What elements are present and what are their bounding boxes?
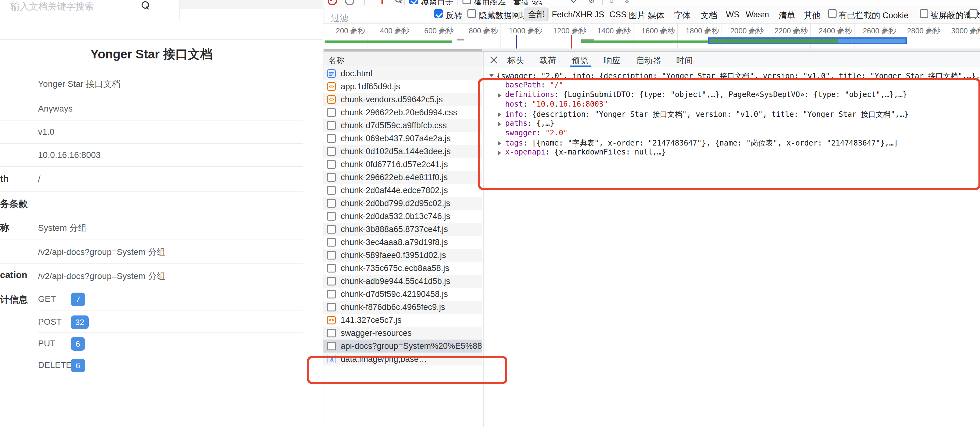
request-name: chunk-3ec4aaa8.a79d19f8.js: [341, 238, 448, 247]
disclosure-triangle[interactable]: [489, 74, 494, 77]
http-method-label: PUT: [38, 339, 55, 349]
requests-header-row[interactable]: 名称: [323, 52, 483, 67]
generic-file-icon: [327, 173, 336, 182]
request-row[interactable]: swagger-resources: [323, 327, 482, 340]
invert-label[interactable]: 反转: [446, 10, 463, 21]
filter-chip-wasm[interactable]: Wasm: [746, 10, 769, 19]
chevron-down-icon[interactable]: [570, 0, 577, 3]
tab-标头[interactable]: 标头: [508, 55, 524, 66]
request-row[interactable]: chunk-0d102d5a.144e3dee.js: [323, 145, 482, 158]
request-row[interactable]: chunk-296622eb.20e6d994.css: [323, 106, 482, 119]
info-value: Anyways: [38, 104, 73, 114]
cookie-filter-checkbox[interactable]: [969, 9, 977, 18]
request-row[interactable]: chunk-069eb437.907a4e2a.js: [323, 132, 482, 145]
request-name: chunk-3b888a65.8737ce4f.js: [341, 225, 448, 234]
tab-响应[interactable]: 响应: [604, 55, 620, 66]
annotation-rectangle-preview: [478, 78, 980, 190]
request-row[interactable]: chunk-3ec4aaa8.a79d19f8.js: [323, 236, 482, 249]
request-name: chunk-0d102d5a.144e3dee.js: [341, 147, 451, 156]
filter-chip-fetch-xhr[interactable]: Fetch/XHR: [552, 10, 593, 19]
generic-file-icon: [327, 251, 336, 260]
disable-cache-label[interactable]: 停用缓存: [474, 0, 506, 5]
tab-载荷[interactable]: 载荷: [539, 55, 556, 66]
request-row[interactable]: chunk-2d0af44e.edce7802.js: [323, 184, 482, 197]
request-name: chunk-2d0bd799.d2d95c02.js: [341, 198, 450, 208]
scrollbar-thumb[interactable]: [324, 49, 482, 51]
request-name: app.1df65d9d.js: [341, 82, 400, 92]
filter-chip-ws[interactable]: WS: [726, 10, 740, 19]
request-row-selected[interactable]: api-docs?group=System%20%E5%88…: [323, 340, 482, 352]
cookie-filter-checkbox[interactable]: [828, 9, 837, 18]
request-row[interactable]: chunk-589faee0.f3951d02.js: [323, 249, 482, 262]
filter-chip--[interactable]: 图片: [629, 10, 646, 21]
search-icon[interactable]: [142, 1, 149, 9]
request-row[interactable]: chunk-735c675c.ecb8aa58.js: [323, 262, 482, 275]
filter-chip--[interactable]: 媒体: [648, 10, 664, 21]
info-label: 务条款: [0, 198, 28, 210]
request-name: chunk-d7d5f59c.42190458.js: [341, 289, 448, 299]
request-row[interactable]: chunk-adb9e944.55c41d5b.js: [323, 275, 482, 288]
network-settings-gear-icon[interactable]: ⚙: [588, 0, 595, 4]
doc-search-input[interactable]: 输入文档关键字搜索: [11, 0, 94, 13]
annotation-rectangle-api-docs-request: [307, 356, 508, 384]
timeline-tick-label: 3000 毫秒: [951, 26, 980, 36]
export-har-icon[interactable]: ⇩: [624, 0, 630, 4]
horizontal-scrollbar[interactable]: [323, 49, 980, 51]
tab-预览[interactable]: 预览: [572, 55, 588, 66]
filter-icon[interactable]: [382, 0, 383, 4]
filter-input[interactable]: 过滤: [326, 8, 431, 21]
filter-chip-all[interactable]: 全部: [524, 8, 549, 21]
request-row[interactable]: chunk-2d0bd799.d2d95c02.js: [323, 197, 482, 210]
throttling-select[interactable]: 高速 3G: [513, 0, 542, 5]
request-row[interactable]: chunk-0fd67716.d57e2c41.js: [323, 158, 482, 171]
request-row[interactable]: chunk-296622eb.e4e811f0.js: [323, 171, 482, 184]
cookie-filter-checkbox[interactable]: [920, 9, 928, 18]
filter-chip--[interactable]: 其他: [804, 10, 821, 21]
request-row[interactable]: app.1df65d9d.js: [323, 80, 482, 93]
import-har-icon[interactable]: ⇧: [608, 0, 614, 4]
name-column-header[interactable]: 名称: [328, 55, 344, 66]
invert-checkbox[interactable]: [434, 9, 443, 18]
preserve-log-checkbox[interactable]: [409, 0, 418, 4]
hide-data-urls-checkbox[interactable]: [468, 9, 476, 18]
request-row[interactable]: 141.327ce5c7.js: [323, 314, 482, 327]
info-value: System 分组: [38, 222, 87, 234]
generic-file-icon: [327, 264, 336, 273]
timeline-tick-label: 2200 毫秒: [775, 26, 808, 36]
search-icon[interactable]: [395, 0, 402, 3]
filter-chip--[interactable]: 字体: [674, 10, 690, 21]
request-row[interactable]: chunk-f876db6c.4965fec9.js: [323, 301, 482, 314]
request-row[interactable]: chunk-3b888a65.8737ce4f.js: [323, 223, 482, 236]
info-value: 10.0.16.16:8003: [38, 150, 100, 160]
filter-chip--[interactable]: 清单: [778, 10, 795, 21]
info-row: 计信息GET7: [0, 287, 323, 311]
filter-chip--[interactable]: 文档: [700, 10, 717, 21]
filter-chip-js[interactable]: JS: [595, 10, 605, 19]
record-button[interactable]: [328, 0, 337, 5]
request-name: chunk-2d0af44e.edce7802.js: [341, 186, 448, 195]
generic-file-icon: [327, 134, 336, 143]
close-icon[interactable]: [490, 56, 498, 63]
request-row[interactable]: chunk-2d0da532.0b13c746.js: [323, 210, 482, 223]
http-method-label: GET: [38, 294, 56, 304]
request-row[interactable]: chunk-d7d5f59c.a9ffbfcb.css: [323, 119, 482, 132]
timeline-tick-label: 1400 毫秒: [597, 26, 631, 36]
search-input-underline: [11, 17, 139, 17]
info-row: DELETE6: [0, 354, 323, 376]
hide-data-urls-label[interactable]: 隐藏数据网址: [479, 10, 529, 21]
clear-button[interactable]: [345, 0, 354, 5]
request-row[interactable]: chunk-vendors.d59642c5.js: [323, 93, 482, 106]
preserve-log-label[interactable]: 保留日志: [421, 0, 453, 5]
timeline-activity-bar: [581, 40, 709, 43]
selected-request-bar[interactable]: [708, 37, 907, 44]
document-icon: [327, 69, 336, 78]
request-row[interactable]: doc.html: [323, 67, 482, 80]
cookie-filter-label[interactable]: 有已拦截的 Cookie: [838, 10, 908, 21]
filter-chip-css[interactable]: CSS: [609, 10, 627, 19]
screenshot-root: 输入文档关键字搜索 Yonger Star 接口文档 Yonger Star 接…: [0, 0, 980, 427]
disable-cache-checkbox[interactable]: [463, 0, 471, 4]
request-row[interactable]: chunk-d7d5f59c.42190458.js: [323, 288, 482, 301]
tab-时间[interactable]: 时间: [676, 55, 693, 66]
tab-启动器[interactable]: 启动器: [636, 55, 661, 66]
page-title: Yonger Star 接口文档: [0, 46, 303, 63]
